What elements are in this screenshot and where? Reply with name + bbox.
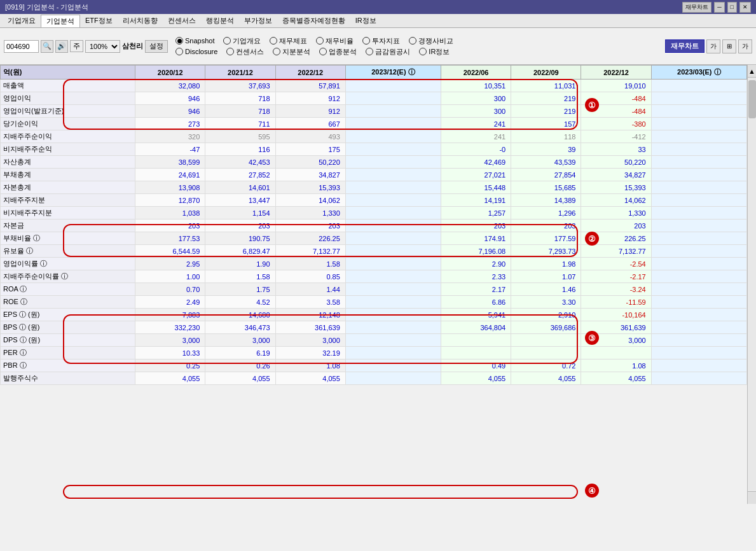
menu-ir[interactable]: IR정보 xyxy=(350,15,381,27)
radio-ratio[interactable]: 재무비율 xyxy=(316,36,354,46)
cell-1-5: 219 xyxy=(511,92,581,105)
radio-equity[interactable]: 지분분석 xyxy=(273,47,310,57)
cell-4-2: 493 xyxy=(275,130,345,143)
cell-18-6: -10,164 xyxy=(581,309,651,321)
minimize-btn[interactable]: ─ xyxy=(714,2,724,13)
menu-rights[interactable]: 증목별증자예정현황 xyxy=(277,15,350,27)
cell-9-3 xyxy=(345,194,441,207)
cell-11-3 xyxy=(345,220,441,232)
row-label-19: BPS ⓘ (원) xyxy=(1,321,135,334)
cell-19-4: 364,804 xyxy=(441,321,511,334)
cell-1-2: 912 xyxy=(275,92,345,105)
cell-12-6: 226.25 xyxy=(581,232,651,245)
cell-16-6: -3.24 xyxy=(581,283,651,296)
cell-23-1: 4,055 xyxy=(205,372,275,385)
cell-9-4: 14,191 xyxy=(441,194,511,207)
menu-company-overview[interactable]: 기업개요 xyxy=(3,15,41,27)
speaker-btn[interactable]: 🔊 xyxy=(55,40,68,53)
row-label-11: 자본금 xyxy=(1,220,135,232)
menu-additional[interactable]: 부가정보 xyxy=(239,15,277,27)
row-label-6: 자산총계 xyxy=(1,156,135,169)
cell-15-4: 2.33 xyxy=(441,270,511,283)
cell-13-4: 7,196.08 xyxy=(441,245,511,258)
shrink-btn[interactable]: 가 xyxy=(738,39,752,53)
search-btn[interactable]: 🔍 xyxy=(41,40,53,53)
cell-22-1: 0.26 xyxy=(205,359,275,372)
cell-14-4: 2.90 xyxy=(441,258,511,270)
close-btn[interactable]: ✕ xyxy=(739,2,751,13)
cell-9-0: 12,870 xyxy=(135,194,205,207)
financial-table: 억(원) 2020/12 2021/12 2022/12 2023/12(E) … xyxy=(0,65,747,385)
cell-0-1: 37,693 xyxy=(205,80,275,92)
cell-12-0: 177.53 xyxy=(135,232,205,245)
radio-financial[interactable]: 재무제표 xyxy=(270,36,307,46)
cell-5-1: 116 xyxy=(205,143,275,156)
cell-4-0: 320 xyxy=(135,130,205,143)
cell-20-0: 3,000 xyxy=(135,334,205,347)
cell-15-1: 1.58 xyxy=(205,270,275,283)
cell-6-5: 43,539 xyxy=(511,156,581,169)
cell-10-0: 1,038 xyxy=(135,207,205,220)
percent-select[interactable]: 100% xyxy=(85,40,120,53)
vertical-scrollbar[interactable]: ▲ ▼ xyxy=(747,65,756,504)
menu-ranking[interactable]: 랭킹분석 xyxy=(201,15,239,27)
cell-0-6: 19,010 xyxy=(581,80,651,92)
company-name: 삼천리 xyxy=(122,41,143,51)
cell-14-5: 1.98 xyxy=(511,258,581,270)
cell-14-7 xyxy=(651,258,746,270)
setting-btn[interactable]: 설정 xyxy=(145,40,168,53)
cell-15-5: 1.07 xyxy=(511,270,581,283)
cell-12-2: 226.25 xyxy=(275,232,345,245)
radio-consensus2[interactable]: 컨센서스 xyxy=(226,47,264,57)
cell-17-0: 2.49 xyxy=(135,296,205,309)
radio-fss[interactable]: 금감원공시 xyxy=(366,47,410,57)
radio-ir[interactable]: IR정보 xyxy=(419,47,450,57)
cell-20-1: 3,000 xyxy=(205,334,275,347)
menu-research[interactable]: 리서치동향 xyxy=(118,15,163,27)
cell-8-1: 14,601 xyxy=(205,181,275,194)
cell-8-5: 15,685 xyxy=(511,181,581,194)
menu-etf[interactable]: ETF정보 xyxy=(80,15,118,27)
cell-12-7 xyxy=(651,232,746,245)
cell-23-2: 4,055 xyxy=(275,372,345,385)
radio-snapshot[interactable]: Snapshot xyxy=(175,37,214,45)
radio-disclosure[interactable]: Disclosure xyxy=(175,48,217,55)
radio-compete[interactable]: 경쟁사비교 xyxy=(409,36,453,46)
radio-company[interactable]: 기업개요 xyxy=(223,36,261,46)
cell-16-7 xyxy=(651,283,746,296)
radio-industry[interactable]: 업종분석 xyxy=(319,47,357,57)
ticker-input[interactable] xyxy=(4,40,39,53)
title-bar: [0919] 기업분석 - 기업분석 재무차트 ─ □ ✕ xyxy=(0,0,756,14)
cell-8-2: 15,393 xyxy=(275,181,345,194)
chart-button[interactable]: 재무차트 xyxy=(665,39,704,53)
row-label-1: 영업이익 xyxy=(1,92,135,105)
cell-17-6: -11.59 xyxy=(581,296,651,309)
row-label-0: 매출액 xyxy=(1,80,135,92)
restore-btn[interactable]: □ xyxy=(727,2,737,13)
menu-consensus[interactable]: 컨센서스 xyxy=(163,15,201,27)
resize-btn[interactable]: ⊞ xyxy=(722,39,736,53)
cell-14-3 xyxy=(345,258,441,270)
table-scroll-container[interactable]: 억(원) 2020/12 2021/12 2022/12 2023/12(E) … xyxy=(0,65,747,504)
cell-2-6: -484 xyxy=(581,105,651,118)
cell-13-1: 6,829.47 xyxy=(205,245,275,258)
cell-13-5: 7,293.73 xyxy=(511,245,581,258)
cell-13-2: 7,132.77 xyxy=(275,245,345,258)
radio-invest[interactable]: 투자지표 xyxy=(362,36,400,46)
cell-22-7 xyxy=(651,359,746,372)
cell-12-3 xyxy=(345,232,441,245)
cell-2-7 xyxy=(651,105,746,118)
financial-chart-btn[interactable]: 재무차트 xyxy=(682,2,711,13)
cell-5-6: 33 xyxy=(581,143,651,156)
cell-7-1: 27,852 xyxy=(205,169,275,181)
row-label-20: DPS ⓘ (원) xyxy=(1,334,135,347)
cell-18-4: 5,941 xyxy=(441,309,511,321)
menu-company-analysis[interactable]: 기업분석 xyxy=(41,15,80,27)
cell-20-5 xyxy=(511,334,581,347)
cell-10-2: 1,330 xyxy=(275,207,345,220)
cell-6-1: 42,453 xyxy=(205,156,275,169)
row-label-10: 비지배주주지분 xyxy=(1,207,135,220)
cell-10-7 xyxy=(651,207,746,220)
expand-btn[interactable]: 가 xyxy=(706,39,720,53)
row-label-21: PER ⓘ xyxy=(1,347,135,359)
